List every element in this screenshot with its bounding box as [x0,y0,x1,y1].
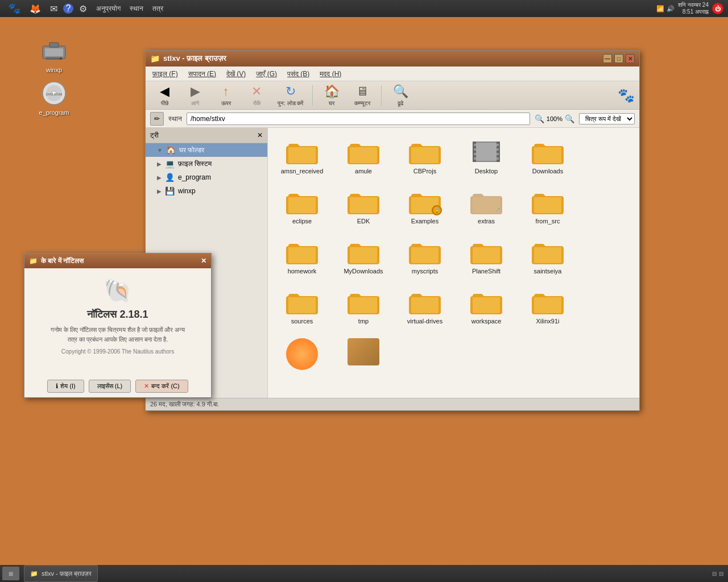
minimize-button[interactable]: — [603,54,612,63]
sidebar-eprogram-label: e_program [178,173,211,181]
folder-icon [532,288,564,315]
menu-go[interactable]: जाएँ (G) [251,69,282,79]
folder-extra-2[interactable] [335,334,392,377]
stop-button[interactable]: ✕ रोकें [242,82,271,109]
taskbar-file-label: stlxv - फ़ाइल ब्राउज़र [42,570,92,577]
about-app-name: नॉटिलस 2.18.1 [87,309,148,321]
help-icon[interactable]: ? [63,3,73,14]
status-text: 26 मद, खाली जगह: 4.9 गी.बा. [150,401,219,408]
toolbar: ◀ पीछे ▶ आगे ↑ ऊपर ✕ रोकें ↻ पुन: लोड कर… [146,81,639,110]
close-button[interactable]: ✕ [626,54,635,63]
folder-from-src[interactable]: from_src [519,184,576,229]
about-license-button[interactable]: लाइसेंस (L) [89,380,131,393]
folder-cbprojs-label: CBProjs [413,168,436,174]
folder-extra-1[interactable] [274,334,330,377]
folder-icon [348,138,379,165]
reload-button[interactable]: ↻ पुन: लोड करें [273,82,308,109]
back-button[interactable]: ◀ पीछे [150,82,179,109]
sidebar-item-winxp[interactable]: ▶ 💾 winxp [146,184,267,198]
view-selector[interactable]: चित्र रूप में देखें [579,113,635,124]
taskbar-show-desktop[interactable]: ⊞ [2,567,19,580]
forward-button[interactable]: ▶ आगे [181,82,209,109]
folder-sources[interactable]: sources [274,284,330,329]
taskbar-bottom-icon-1: ⊟ [712,571,717,577]
about-close-button[interactable]: ✕ बन्द करें (C) [135,380,188,393]
address-input[interactable] [187,113,530,125]
folder-icon [348,238,379,265]
power-button[interactable]: ⏻ [712,3,723,14]
folder-xilinx91i[interactable]: Xilinx91i [519,284,576,329]
file-browser-window: 📁 stlxv - फ़ाइल ब्राउज़र — □ ✕ फ़ाइल (F)… [145,50,640,411]
svg-rect-21 [497,157,499,160]
sidebar-close-icon[interactable]: ✕ [257,131,263,139]
settings-icon[interactable]: ⚙ [76,2,90,15]
firefox-icon[interactable]: 🦊 [26,2,44,15]
info-btn-label: शेय (I) [60,383,75,390]
folder-examples[interactable]: 🔒 Examples [396,184,453,229]
folder-amsn-received[interactable]: amsn_received [274,134,330,179]
menu-help[interactable]: मदद (H) [315,69,346,79]
folder-virtual-drives[interactable]: virtual-drives [396,284,453,329]
mail-icon[interactable]: ✉ [47,2,61,15]
folder-myscripts[interactable]: myscripts [396,234,453,279]
home-button[interactable]: 🏠 घर [317,82,346,109]
desktop-icon-winxp[interactable]: winxp [31,37,77,73]
menu-bookmarks[interactable]: पसंद (B) [283,69,314,79]
file-grid: amsn_received amule CBProjs [268,128,639,398]
menu-item-places[interactable]: स्थान [126,3,147,14]
about-info-button[interactable]: ℹ शेय (I) [47,380,84,393]
folder-saintseiya[interactable]: saintseiya [519,234,576,279]
zoom-in-button[interactable]: 🔍 [565,114,574,123]
filesystem-icon: 💻 [165,159,175,168]
about-close-btn[interactable]: ✕ [201,257,206,265]
desktop-icon-eprogram[interactable]: DVD-ROM e_program [31,80,77,116]
maximize-button[interactable]: □ [614,54,623,63]
folder-mydownloads[interactable]: MyDownloads [335,234,392,279]
menu-item-apps[interactable]: अनुप्रयोग [93,3,124,14]
network-icon: 📶 [656,5,664,13]
sidebar-item-filesystem[interactable]: ▶ 💻 फ़ाइल सिस्टम [146,157,267,171]
up-button[interactable]: ↑ ऊपर [212,82,240,109]
extra-icon-2 [348,338,379,365]
folder-eclipse[interactable]: eclipse [274,184,330,229]
back-label: पीछे [161,100,168,107]
folder-amule[interactable]: amule [335,134,392,179]
folder-tmp[interactable]: tmp [335,284,392,329]
folder-downloads[interactable]: Downloads [519,134,576,179]
folder-desktop-icon [470,138,502,165]
svg-text:DVD-ROM: DVD-ROM [46,93,63,96]
menu-item-system[interactable]: तत्र [149,3,167,14]
reload-icon: ↻ [286,84,296,99]
window-controls: — □ ✕ [603,54,635,63]
folder-planeshift-label: PlaneShift [472,268,500,275]
taskbar-top: 🐾 🦊 ✉ ? ⚙ अनुप्रयोग स्थान तत्र 📶 🔊 शनि न… [0,0,728,17]
folder-extras[interactable]: ↗ extras [458,184,515,229]
folder-homework[interactable]: homework [274,234,330,279]
sidebar-item-eprogram[interactable]: ▶ 👤 e_program [146,171,267,184]
folder-extras-icon: ↗ [470,188,502,215]
zoom-out-button[interactable]: 🔍 [535,114,544,123]
taskbar-file-browser-item[interactable]: 📁 stlxv - फ़ाइल ब्राउज़र [24,565,98,582]
volume-icon: 🔊 [667,5,675,13]
menu-view[interactable]: देखें (V) [222,69,250,79]
folder-icon [409,138,441,165]
search-label: ढूढे [398,100,403,107]
folder-icon [532,188,564,215]
home-icon: 🏠 [324,84,340,99]
folder-planeshift[interactable]: PlaneShift [458,234,515,279]
folder-sources-label: sources [291,318,313,325]
address-edit-icon: ✏ [150,112,164,126]
folder-icon [286,138,318,165]
folder-cbprojs[interactable]: CBProjs [396,134,453,179]
app-menu-icon[interactable]: 🐾 [5,1,24,16]
folder-edk[interactable]: EDK [335,184,392,229]
svg-rect-19 [497,148,499,151]
computer-button[interactable]: 🖥 कम्प्यूटर [348,82,377,109]
menu-edit[interactable]: सपादन (E) [184,69,221,79]
folder-workspace[interactable]: workspace [458,284,515,329]
sidebar-item-home[interactable]: ▼ 🏠 घर फोल्डर [146,143,267,157]
sidebar-header[interactable]: ट्री ✕ [146,128,267,143]
folder-desktop[interactable]: Desktop [458,134,515,179]
search-button[interactable]: 🔍 ढूढे [386,82,415,109]
menu-file[interactable]: फ़ाइल (F) [148,69,183,79]
